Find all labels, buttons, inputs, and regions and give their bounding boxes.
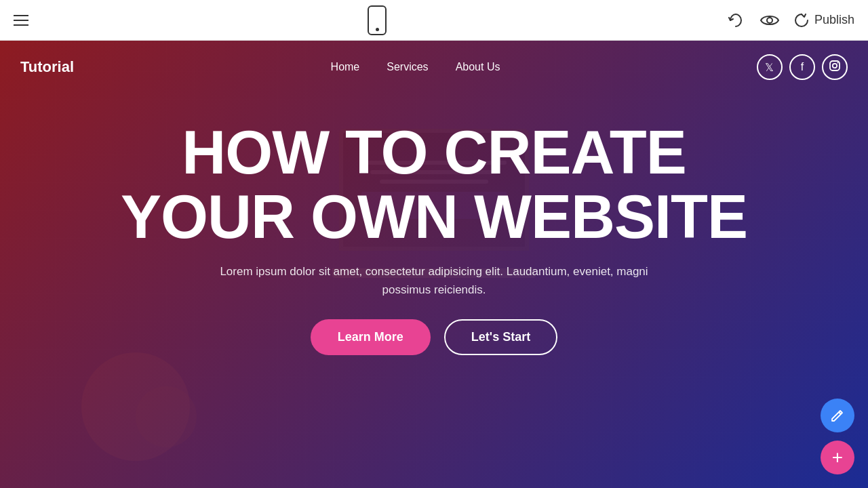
instagram-label — [829, 60, 841, 75]
svg-point-0 — [767, 18, 772, 23]
fab-container: + — [821, 399, 854, 474]
nav-home[interactable]: Home — [331, 61, 360, 73]
hero-subtitle: Lorem ipsum dolor sit amet, consectetur … — [197, 262, 671, 299]
hero-content: HOW TO CREATE YOUR OWN WEBSITE Lorem ips… — [0, 94, 868, 355]
add-fab-button[interactable]: + — [821, 441, 854, 474]
toolbar: Publish — [0, 0, 868, 41]
lets-start-button[interactable]: Let's Start — [444, 319, 557, 355]
learn-more-button[interactable]: Learn More — [311, 319, 431, 355]
hero-title: HOW TO CREATE YOUR OWN WEBSITE — [68, 121, 800, 249]
facebook-label: f — [801, 61, 804, 73]
svg-point-2 — [833, 64, 837, 68]
nav-about-us[interactable]: About Us — [456, 61, 500, 73]
nav-services[interactable]: Services — [387, 61, 428, 73]
nav-links: Home Services About Us — [331, 61, 500, 73]
mobile-preview-icon — [368, 5, 387, 35]
twitter-label: 𝕏 — [765, 61, 774, 74]
preview-eye-icon[interactable] — [760, 11, 779, 30]
hamburger-icon — [14, 15, 28, 26]
twitter-icon[interactable]: 𝕏 — [757, 54, 783, 80]
edit-fab-button[interactable] — [821, 399, 854, 432]
facebook-icon[interactable]: f — [789, 54, 815, 80]
hero-section: Tutorial Home Services About Us 𝕏 f — [0, 41, 868, 488]
svg-point-3 — [837, 62, 838, 64]
hero-buttons: Learn More Let's Start — [68, 319, 800, 355]
site-logo: Tutorial — [20, 58, 74, 76]
hero-title-line2: YOUR OWN WEBSITE — [121, 183, 747, 251]
phone-dot — [376, 28, 379, 31]
publish-label: Publish — [814, 13, 854, 27]
social-icons: 𝕏 f — [757, 54, 848, 80]
device-toggle[interactable] — [368, 5, 387, 35]
website-preview: Tutorial Home Services About Us 𝕏 f — [0, 41, 868, 488]
toolbar-actions: Publish — [726, 11, 854, 30]
plus-icon: + — [832, 447, 843, 468]
hamburger-menu[interactable] — [14, 15, 28, 26]
publish-button[interactable]: Publish — [794, 13, 854, 28]
instagram-icon[interactable] — [822, 54, 848, 80]
hero-title-line1: HOW TO CREATE — [182, 119, 686, 186]
undo-icon[interactable] — [726, 11, 745, 30]
site-nav: Tutorial Home Services About Us 𝕏 f — [0, 41, 868, 94]
